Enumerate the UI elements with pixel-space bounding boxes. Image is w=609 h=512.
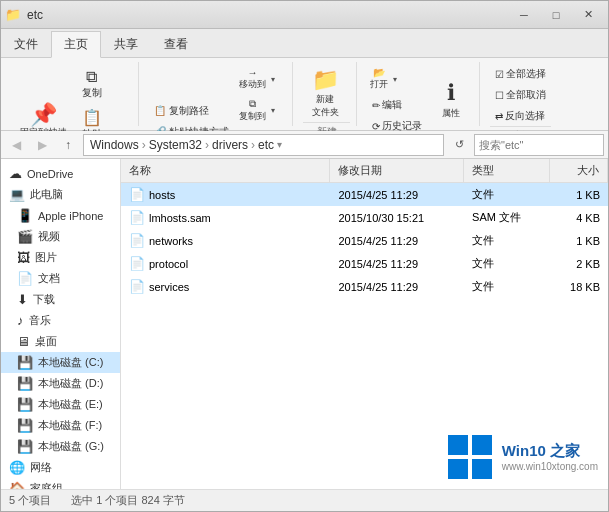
svg-rect-0 (448, 435, 468, 455)
open-col: 📂 打开 ▾ ✏ 编辑 ⟳ 历史记录 (367, 64, 427, 136)
file-row-hosts[interactable]: 📄 hosts 2015/4/25 11:29 文件 1 KB (121, 183, 608, 206)
brand-name: Win10 之家 (502, 442, 598, 461)
col-header-date[interactable]: 修改日期 (330, 159, 464, 182)
sidebar-item-videos[interactable]: 🎬 视频 (1, 226, 120, 247)
search-box: 🔍 (474, 134, 604, 156)
sidebar-item-pictures[interactable]: 🖼 图片 (1, 247, 120, 268)
open-icon: 📂 (373, 67, 385, 78)
onedrive-icon: ☁ (9, 166, 22, 181)
close-button[interactable]: ✕ (572, 1, 604, 29)
sidebar-item-iphone[interactable]: 📱 Apple iPhone (1, 205, 120, 226)
sidebar-item-music[interactable]: ♪ 音乐 (1, 310, 120, 331)
sidebar-item-drive-c[interactable]: 💾 本地磁盘 (C:) (1, 352, 120, 373)
sidebar-item-drive-e[interactable]: 💾 本地磁盘 (E:) (1, 394, 120, 415)
tab-file[interactable]: 文件 (1, 31, 51, 58)
col-header-name[interactable]: 名称 (121, 159, 330, 182)
move-to-main[interactable]: → 移动到 (236, 64, 269, 94)
address-bar: ◀ ▶ ↑ Windows › System32 › drivers › etc… (1, 131, 608, 159)
select-all-button[interactable]: ☑ 全部选择 (490, 64, 551, 84)
drive-e-icon: 💾 (17, 397, 33, 412)
invert-icon: ⇄ (495, 111, 503, 122)
col-header-type[interactable]: 类型 (464, 159, 550, 182)
file-row-services[interactable]: 📄 services 2015/4/25 11:29 文件 18 KB (121, 275, 608, 298)
file-name-hosts: 📄 hosts (121, 184, 330, 205)
copy-path-button[interactable]: 📋 复制路径 (149, 101, 234, 121)
copy-to-main[interactable]: ⧉ 复制到 (236, 95, 269, 126)
path-etc: etc (258, 138, 274, 152)
iphone-icon: 📱 (17, 208, 33, 223)
sidebar-item-drive-f[interactable]: 💾 本地磁盘 (F:) (1, 415, 120, 436)
path-dropdown-icon[interactable]: ▾ (277, 139, 282, 150)
deselect-all-button[interactable]: ☐ 全部取消 (490, 85, 551, 105)
file-name-networks: 📄 networks (121, 230, 330, 251)
window-icon: 📁 (5, 7, 21, 23)
copy-to-icon: ⧉ (249, 98, 256, 110)
ribbon-group-select: ☑ 全部选择 ☐ 全部取消 ⇄ 反向选择 选择 (484, 62, 557, 126)
invert-selection-button[interactable]: ⇄ 反向选择 (490, 106, 551, 126)
copy-to-arrow[interactable]: ▾ (269, 95, 278, 126)
copy-to-btn[interactable]: ⧉ 复制到 ▾ (236, 95, 286, 126)
refresh-button[interactable]: ↺ (448, 134, 470, 156)
open-btn[interactable]: 📂 打开 ▾ (367, 64, 427, 94)
tab-view[interactable]: 查看 (151, 31, 201, 58)
sidebar-item-homegroup[interactable]: 🏠 家庭组 (1, 478, 120, 489)
props-col: ℹ 属性 (429, 77, 473, 122)
tab-home[interactable]: 主页 (51, 31, 101, 58)
brand-url: www.win10xtong.com (502, 461, 598, 472)
minimize-button[interactable]: ─ (508, 1, 540, 29)
address-path[interactable]: Windows › System32 › drivers › etc ▾ (83, 134, 444, 156)
file-size-networks: 1 KB (550, 232, 608, 250)
watermark-text-block: Win10 之家 www.win10xtong.com (502, 442, 598, 472)
title-bar: 📁 etc ─ □ ✕ (1, 1, 608, 29)
properties-button[interactable]: ℹ 属性 (429, 77, 473, 122)
file-date-protocol: 2015/4/25 11:29 (330, 255, 464, 273)
sidebar-item-drive-g[interactable]: 💾 本地磁盘 (G:) (1, 436, 120, 457)
move-to-arrow[interactable]: ▾ (269, 64, 278, 94)
title-icons: 📁 (5, 7, 21, 23)
sidebar-item-documents[interactable]: 📄 文档 (1, 268, 120, 289)
edit-button[interactable]: ✏ 编辑 (367, 95, 427, 115)
sidebar-item-this-pc[interactable]: 💻 此电脑 (1, 184, 120, 205)
sidebar-item-network[interactable]: 🌐 网络 (1, 457, 120, 478)
ribbon: 文件 主页 共享 查看 📌 固定到'快速访问' ⧉ 复制 (1, 29, 608, 131)
file-row-protocol[interactable]: 📄 protocol 2015/4/25 11:29 文件 2 KB (121, 252, 608, 275)
sidebar-item-downloads[interactable]: ⬇ 下载 (1, 289, 120, 310)
file-type-protocol: 文件 (464, 253, 550, 274)
file-row-networks[interactable]: 📄 networks 2015/4/25 11:29 文件 1 KB (121, 229, 608, 252)
open-arrow[interactable]: ▾ (391, 64, 400, 94)
copy-icon: ⧉ (86, 67, 97, 86)
new-folder-button[interactable]: 📁 新建文件夹 (303, 64, 347, 122)
file-header: 名称 修改日期 类型 大小 (121, 159, 608, 183)
back-button[interactable]: ◀ (5, 134, 27, 156)
forward-button[interactable]: ▶ (31, 134, 53, 156)
file-size-lmhosts: 4 KB (550, 209, 608, 227)
this-pc-icon: 💻 (9, 187, 25, 202)
network-icon: 🌐 (9, 460, 25, 475)
open-items: 📂 打开 ▾ ✏ 编辑 ⟳ 历史记录 (367, 64, 473, 136)
move-to-btn[interactable]: → 移动到 ▾ (236, 64, 286, 94)
file-date-lmhosts: 2015/10/30 15:21 (330, 209, 464, 227)
search-input[interactable] (479, 139, 609, 151)
maximize-button[interactable]: □ (540, 1, 572, 29)
path-sep-2: › (205, 138, 209, 152)
file-row-lmhosts[interactable]: 📄 lmhosts.sam 2015/10/30 15:21 SAM 文件 4 … (121, 206, 608, 229)
file-type-hosts: 文件 (464, 184, 550, 205)
sidebar-item-drive-d[interactable]: 💾 本地磁盘 (D:) (1, 373, 120, 394)
up-button[interactable]: ↑ (57, 134, 79, 156)
tab-share[interactable]: 共享 (101, 31, 151, 58)
status-bar: 5 个项目 选中 1 个项目 824 字节 (1, 489, 608, 511)
sidebar-item-onedrive[interactable]: ☁ OneDrive (1, 163, 120, 184)
pin-icon: 📌 (30, 102, 57, 128)
open-main[interactable]: 📂 打开 (367, 64, 391, 94)
paste-icon: 📋 (82, 108, 102, 127)
homegroup-icon: 🏠 (9, 481, 25, 489)
file-icon-hosts: 📄 (129, 187, 145, 202)
sidebar-item-desktop[interactable]: 🖥 桌面 (1, 331, 120, 352)
file-name-lmhosts: 📄 lmhosts.sam (121, 207, 330, 228)
copy-button[interactable]: ⧉ 复制 (74, 64, 110, 103)
copy-path-icon: 📋 (154, 105, 166, 116)
col-header-size[interactable]: 大小 (550, 159, 608, 182)
file-icon-networks: 📄 (129, 233, 145, 248)
file-size-services: 18 KB (550, 278, 608, 296)
file-size-protocol: 2 KB (550, 255, 608, 273)
